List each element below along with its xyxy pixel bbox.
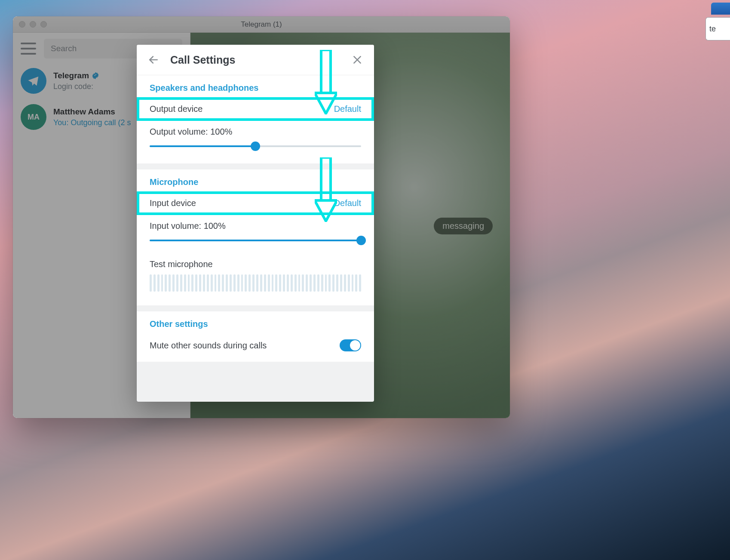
dialog-header: Call Settings	[137, 45, 374, 75]
close-button[interactable]	[350, 52, 365, 67]
browser-tab-text: te	[709, 25, 716, 34]
row-label: Output device	[150, 104, 202, 114]
dialog-body[interactable]: Speakers and headphones Output device De…	[137, 75, 374, 402]
section-other: Other settings Mute other sounds during …	[137, 311, 374, 362]
input-volume-label: Input volume: 100%	[137, 215, 374, 234]
input-device-row[interactable]: Input device Default	[137, 191, 374, 215]
row-label: Input device	[150, 198, 196, 208]
back-button[interactable]	[146, 52, 161, 67]
close-icon	[352, 54, 363, 65]
call-settings-dialog: Call Settings Speakers and headphones Ou…	[137, 45, 374, 402]
browser-tab-fragment	[711, 3, 730, 15]
mute-other-sounds-row[interactable]: Mute other sounds during calls	[137, 333, 374, 357]
output-volume-slider[interactable]	[150, 141, 361, 151]
section-heading: Other settings	[137, 311, 374, 333]
section-heading: Speakers and headphones	[137, 75, 374, 97]
test-microphone-label: Test microphone	[137, 253, 374, 272]
input-volume-slider[interactable]	[150, 235, 361, 246]
row-value: Default	[334, 104, 361, 114]
output-volume-label: Output volume: 100%	[137, 121, 374, 139]
toggle-switch[interactable]	[340, 339, 361, 351]
section-heading: Microphone	[137, 169, 374, 191]
row-label: Mute other sounds during calls	[150, 341, 267, 351]
arrow-left-icon	[148, 54, 159, 65]
section-microphone: Microphone Input device Default Input vo…	[137, 169, 374, 305]
slider-thumb[interactable]	[356, 236, 366, 245]
section-speakers: Speakers and headphones Output device De…	[137, 75, 374, 163]
browser-tab-label-fragment: te	[705, 17, 730, 40]
output-device-row[interactable]: Output device Default	[137, 97, 374, 121]
dialog-title: Call Settings	[170, 54, 235, 66]
mic-level-meter	[150, 274, 361, 292]
slider-thumb[interactable]	[251, 142, 260, 151]
row-value: Default	[334, 198, 361, 208]
